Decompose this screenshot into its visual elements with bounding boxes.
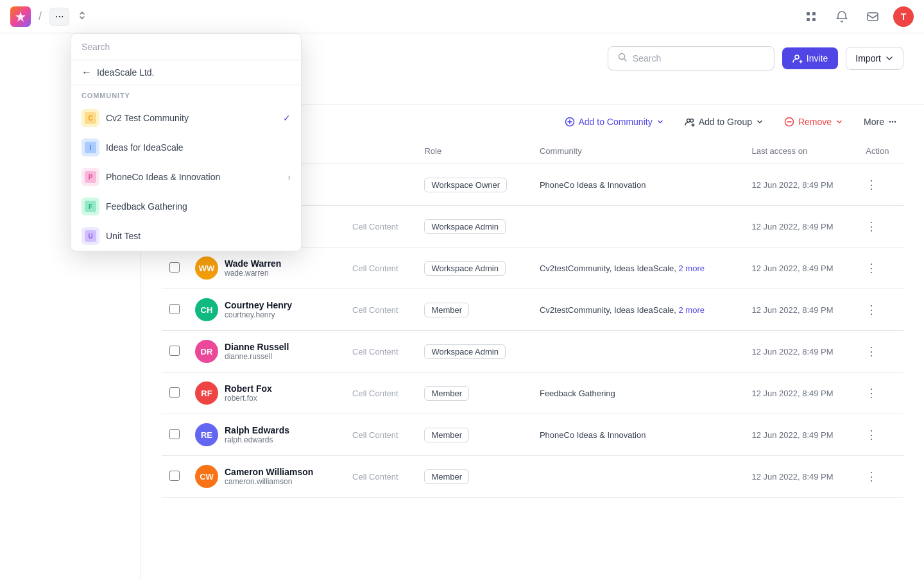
last-access: 12 Jun 2022, 8:49 PM xyxy=(744,414,858,456)
member-info: DR Dianne Russell dianne.russell xyxy=(195,340,337,363)
dropdown-search[interactable]: Search xyxy=(71,34,301,60)
community-dropdown: Search ← IdeaScale Ltd. COMMUNITY C Cv2 … xyxy=(71,33,302,251)
dropdown-community-item[interactable]: U Unit Test xyxy=(71,221,301,251)
row-action-dots[interactable]: ⋮ xyxy=(866,469,896,483)
community-label: Ideas for IdeaScale xyxy=(106,142,184,153)
member-username: ralph.edwards xyxy=(225,435,289,444)
community-icon: U xyxy=(81,227,99,245)
member-username: wade.warren xyxy=(225,269,281,278)
row-checkbox[interactable] xyxy=(169,387,180,398)
community-more-link[interactable]: 2 more xyxy=(678,264,704,273)
invite-button[interactable]: Invite xyxy=(782,47,838,69)
member-info: CW Cameron Williamson cameron.williamson xyxy=(195,465,337,488)
role-badge: Workspace Admin xyxy=(424,219,506,234)
role-badge: Member xyxy=(424,469,469,484)
table-row: CW Cameron Williamson cameron.williamson… xyxy=(162,456,903,498)
header-actions: Search Invite Import xyxy=(608,46,903,71)
add-to-group-button[interactable]: Add to Group xyxy=(678,113,770,131)
add-to-community-button[interactable]: Add to Community xyxy=(558,113,671,131)
svg-point-9 xyxy=(690,119,693,122)
more-button[interactable]: More xyxy=(857,113,903,131)
member-avatar: DR xyxy=(195,340,218,363)
role-badge: Member xyxy=(424,386,469,401)
table-row: CH Courtney Henry courtney.henry Cell Co… xyxy=(162,289,903,331)
dropdown-community-item[interactable]: F Feedback Gathering xyxy=(71,192,301,221)
remove-button[interactable]: Remove xyxy=(778,113,850,131)
row-checkbox[interactable] xyxy=(169,346,180,356)
svg-point-12 xyxy=(892,121,893,122)
row-action-dots[interactable]: ⋮ xyxy=(866,178,896,192)
breadcrumb-slash: / xyxy=(38,10,42,23)
last-access: 12 Jun 2022, 8:49 PM xyxy=(744,248,858,289)
row-action-dots[interactable]: ⋮ xyxy=(866,261,896,275)
row-action-dots[interactable]: ⋮ xyxy=(866,344,896,358)
row-checkbox[interactable] xyxy=(169,304,180,314)
community-label: PhoneCo Ideas & Innovation xyxy=(106,172,220,182)
svg-text:P: P xyxy=(89,174,93,181)
role-badge: Workspace Admin xyxy=(424,261,506,276)
role-badge: Workspace Admin xyxy=(424,344,506,359)
mail-icon[interactable] xyxy=(862,6,883,27)
svg-text:I: I xyxy=(90,144,92,151)
community-label: Feedback Gathering xyxy=(106,201,187,212)
svg-point-13 xyxy=(894,121,896,122)
member-info: RE Ralph Edwards ralph.edwards xyxy=(195,423,337,446)
community-label: Cv2 Test Community xyxy=(106,113,189,123)
member-avatar: RF xyxy=(195,382,218,405)
notification-icon[interactable] xyxy=(832,6,852,27)
row-checkbox[interactable] xyxy=(169,429,180,439)
table-row: RE Ralph Edwards ralph.edwards Cell Cont… xyxy=(162,414,903,456)
svg-rect-4 xyxy=(868,13,878,21)
dropdown-community-item[interactable]: I Ideas for IdeaScale xyxy=(71,133,301,162)
app-logo[interactable] xyxy=(10,6,31,27)
grid-icon[interactable] xyxy=(801,6,821,27)
community-cell xyxy=(532,206,744,248)
community-cell: Cv2testCommunity, Ideas IdeaScale, 2 mor… xyxy=(532,248,744,289)
member-avatar: CH xyxy=(195,298,218,321)
col-community: Community xyxy=(532,138,744,164)
cell-content: Cell Content xyxy=(345,248,416,289)
community-cell: Cv2testCommunity, Ideas IdeaScale, 2 mor… xyxy=(532,289,744,331)
member-name: Robert Fox xyxy=(225,383,272,394)
search-icon xyxy=(617,52,628,65)
last-access: 12 Jun 2022, 8:49 PM xyxy=(744,456,858,498)
row-action-dots[interactable]: ⋮ xyxy=(866,303,896,317)
search-box[interactable]: Search xyxy=(608,46,774,71)
col-last-access: Last access on xyxy=(744,138,858,164)
community-cell xyxy=(532,456,744,498)
role-badge: Member xyxy=(424,303,469,317)
dropdown-community-item[interactable]: P PhoneCo Ideas & Innovation › xyxy=(71,162,301,192)
member-name: Courtney Henry xyxy=(225,300,292,310)
row-action-dots[interactable]: ⋮ xyxy=(866,428,896,442)
back-arrow-icon: ← xyxy=(81,67,92,78)
role-badge: Member xyxy=(424,428,469,442)
community-more-link[interactable]: 2 more xyxy=(678,305,704,315)
col-action: Action xyxy=(858,138,903,164)
svg-rect-3 xyxy=(812,18,816,21)
community-icon: P xyxy=(81,168,99,186)
svg-rect-2 xyxy=(807,18,810,21)
dropdown-community-item[interactable]: C Cv2 Test Community ✓ xyxy=(71,103,301,133)
svg-point-6 xyxy=(795,55,799,59)
breadcrumb-dots[interactable]: ··· xyxy=(49,8,69,26)
row-action-dots[interactable]: ⋮ xyxy=(866,386,896,400)
row-checkbox[interactable] xyxy=(169,262,180,273)
community-cell: PhoneCo Ideas & Innovation xyxy=(532,414,744,456)
cell-content: Cell Content xyxy=(345,331,416,373)
topbar-right: T xyxy=(801,6,914,27)
svg-text:C: C xyxy=(88,115,92,122)
dropdown-back-button[interactable]: ← IdeaScale Ltd. xyxy=(71,60,301,85)
last-access: 12 Jun 2022, 8:49 PM xyxy=(744,206,858,248)
user-avatar[interactable]: T xyxy=(893,6,914,27)
row-checkbox[interactable] xyxy=(169,471,180,481)
member-name: Cameron Williamson xyxy=(225,467,313,477)
import-button[interactable]: Import xyxy=(846,47,903,70)
member-name: Wade Warren xyxy=(225,258,281,269)
row-action-dots[interactable]: ⋮ xyxy=(866,219,896,233)
role-badge: Workspace Owner xyxy=(424,178,507,192)
breadcrumb-arrows[interactable] xyxy=(74,8,90,26)
arrow-icon: › xyxy=(287,172,291,182)
community-label: Unit Test xyxy=(106,231,141,241)
last-access: 12 Jun 2022, 8:49 PM xyxy=(744,289,858,331)
member-avatar: RE xyxy=(195,423,218,446)
